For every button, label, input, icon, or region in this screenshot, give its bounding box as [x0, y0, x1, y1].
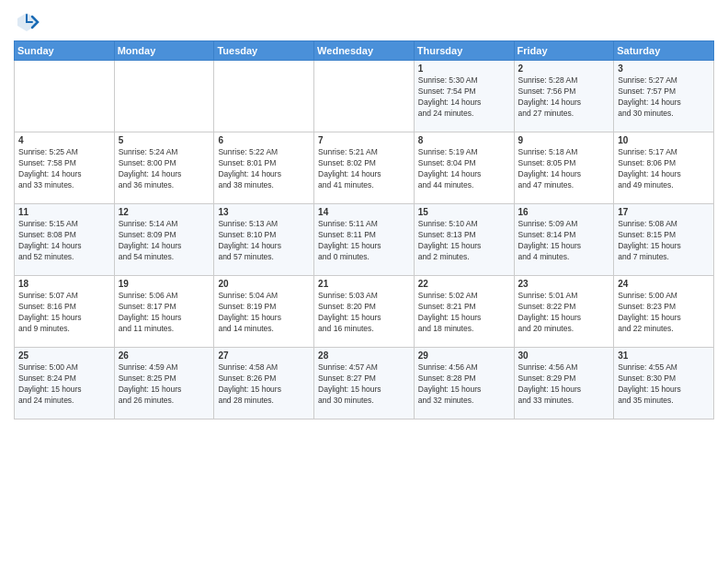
day-number: 18 [18, 279, 110, 289]
day-content: Sunrise: 5:11 AM Sunset: 8:11 PM Dayligh… [318, 219, 410, 263]
day-cell-8: 8Sunrise: 5:19 AM Sunset: 8:04 PM Daylig… [414, 132, 514, 204]
day-number: 14 [318, 207, 410, 217]
day-content: Sunrise: 5:00 AM Sunset: 8:24 PM Dayligh… [18, 362, 110, 407]
day-content: Sunrise: 5:28 AM Sunset: 7:56 PM Dayligh… [518, 75, 610, 120]
day-number: 22 [418, 279, 510, 289]
day-cell-7: 7Sunrise: 5:21 AM Sunset: 8:02 PM Daylig… [314, 132, 415, 204]
day-cell-12: 12Sunrise: 5:14 AM Sunset: 8:09 PM Dayli… [114, 204, 214, 276]
day-number: 1 [418, 63, 510, 74]
day-number: 15 [418, 207, 510, 217]
day-content: Sunrise: 4:56 AM Sunset: 8:28 PM Dayligh… [418, 362, 510, 407]
col-header-thursday: Thursday [414, 41, 514, 61]
day-number: 7 [318, 135, 410, 145]
day-cell-30: 30Sunrise: 4:56 AM Sunset: 8:29 PM Dayli… [514, 348, 614, 419]
day-cell-18: 18Sunrise: 5:07 AM Sunset: 8:16 PM Dayli… [15, 276, 115, 348]
week-row-1: 1Sunrise: 5:30 AM Sunset: 7:54 PM Daylig… [15, 61, 714, 132]
day-cell-2: 2Sunrise: 5:28 AM Sunset: 7:56 PM Daylig… [514, 61, 614, 132]
day-content: Sunrise: 5:02 AM Sunset: 8:21 PM Dayligh… [418, 291, 510, 335]
day-cell-29: 29Sunrise: 4:56 AM Sunset: 8:28 PM Dayli… [414, 348, 514, 419]
day-number: 27 [218, 350, 310, 361]
day-content: Sunrise: 5:14 AM Sunset: 8:09 PM Dayligh… [119, 219, 210, 263]
day-cell-23: 23Sunrise: 5:01 AM Sunset: 8:22 PM Dayli… [514, 276, 614, 348]
day-cell-13: 13Sunrise: 5:13 AM Sunset: 8:10 PM Dayli… [214, 204, 314, 276]
day-cell-22: 22Sunrise: 5:02 AM Sunset: 8:21 PM Dayli… [414, 276, 514, 348]
day-content: Sunrise: 5:27 AM Sunset: 7:57 PM Dayligh… [618, 75, 710, 120]
day-content: Sunrise: 5:18 AM Sunset: 8:05 PM Dayligh… [518, 147, 610, 191]
day-number: 4 [18, 135, 110, 145]
day-content: Sunrise: 5:01 AM Sunset: 8:22 PM Dayligh… [518, 291, 610, 335]
empty-cell [15, 61, 115, 132]
day-cell-28: 28Sunrise: 4:57 AM Sunset: 8:27 PM Dayli… [314, 348, 415, 419]
day-content: Sunrise: 5:00 AM Sunset: 8:23 PM Dayligh… [618, 291, 710, 335]
day-content: Sunrise: 4:56 AM Sunset: 8:29 PM Dayligh… [518, 362, 610, 407]
day-number: 17 [618, 207, 710, 217]
day-cell-20: 20Sunrise: 5:04 AM Sunset: 8:19 PM Dayli… [214, 276, 314, 348]
header [14, 9, 714, 35]
week-row-3: 11Sunrise: 5:15 AM Sunset: 8:08 PM Dayli… [15, 204, 714, 276]
day-cell-27: 27Sunrise: 4:58 AM Sunset: 8:26 PM Dayli… [214, 348, 314, 419]
day-cell-15: 15Sunrise: 5:10 AM Sunset: 8:13 PM Dayli… [414, 204, 514, 276]
day-number: 26 [119, 350, 210, 361]
day-cell-1: 1Sunrise: 5:30 AM Sunset: 7:54 PM Daylig… [414, 61, 514, 132]
day-cell-3: 3Sunrise: 5:27 AM Sunset: 7:57 PM Daylig… [614, 61, 714, 132]
day-number: 24 [618, 279, 710, 289]
day-content: Sunrise: 5:25 AM Sunset: 7:58 PM Dayligh… [18, 147, 110, 191]
day-number: 20 [218, 279, 310, 289]
day-content: Sunrise: 5:21 AM Sunset: 8:02 PM Dayligh… [318, 147, 410, 191]
day-number: 11 [18, 207, 110, 217]
day-number: 9 [518, 135, 610, 145]
day-cell-26: 26Sunrise: 4:59 AM Sunset: 8:25 PM Dayli… [114, 348, 214, 419]
day-cell-4: 4Sunrise: 5:25 AM Sunset: 7:58 PM Daylig… [15, 132, 115, 204]
day-number: 19 [119, 279, 210, 289]
col-header-friday: Friday [514, 41, 614, 61]
col-header-monday: Monday [114, 41, 214, 61]
day-cell-11: 11Sunrise: 5:15 AM Sunset: 8:08 PM Dayli… [15, 204, 115, 276]
day-cell-16: 16Sunrise: 5:09 AM Sunset: 8:14 PM Dayli… [514, 204, 614, 276]
day-content: Sunrise: 4:59 AM Sunset: 8:25 PM Dayligh… [119, 362, 210, 407]
day-cell-31: 31Sunrise: 4:55 AM Sunset: 8:30 PM Dayli… [614, 348, 714, 419]
day-content: Sunrise: 5:09 AM Sunset: 8:14 PM Dayligh… [518, 219, 610, 263]
day-cell-24: 24Sunrise: 5:00 AM Sunset: 8:23 PM Dayli… [614, 276, 714, 348]
day-cell-14: 14Sunrise: 5:11 AM Sunset: 8:11 PM Dayli… [314, 204, 415, 276]
day-content: Sunrise: 5:06 AM Sunset: 8:17 PM Dayligh… [119, 291, 210, 335]
day-content: Sunrise: 4:55 AM Sunset: 8:30 PM Dayligh… [618, 362, 710, 407]
page: SundayMondayTuesdayWednesdayThursdayFrid… [0, 0, 728, 563]
day-cell-10: 10Sunrise: 5:17 AM Sunset: 8:06 PM Dayli… [614, 132, 714, 204]
logo-icon [14, 9, 40, 35]
day-content: Sunrise: 5:22 AM Sunset: 8:01 PM Dayligh… [218, 147, 310, 191]
day-number: 30 [518, 350, 610, 361]
empty-cell [314, 61, 415, 132]
calendar-table: SundayMondayTuesdayWednesdayThursdayFrid… [14, 40, 714, 419]
col-header-saturday: Saturday [614, 41, 714, 61]
day-number: 16 [518, 207, 610, 217]
week-row-5: 25Sunrise: 5:00 AM Sunset: 8:24 PM Dayli… [15, 348, 714, 419]
day-content: Sunrise: 5:17 AM Sunset: 8:06 PM Dayligh… [618, 147, 710, 191]
week-row-2: 4Sunrise: 5:25 AM Sunset: 7:58 PM Daylig… [15, 132, 714, 204]
day-content: Sunrise: 4:57 AM Sunset: 8:27 PM Dayligh… [318, 362, 410, 407]
day-content: Sunrise: 5:13 AM Sunset: 8:10 PM Dayligh… [218, 219, 310, 263]
empty-cell [114, 61, 214, 132]
col-header-sunday: Sunday [15, 41, 115, 61]
day-number: 8 [418, 135, 510, 145]
day-number: 29 [418, 350, 510, 361]
day-number: 3 [618, 63, 710, 74]
day-content: Sunrise: 5:19 AM Sunset: 8:04 PM Dayligh… [418, 147, 510, 191]
week-row-4: 18Sunrise: 5:07 AM Sunset: 8:16 PM Dayli… [15, 276, 714, 348]
day-content: Sunrise: 5:08 AM Sunset: 8:15 PM Dayligh… [618, 219, 710, 263]
day-cell-21: 21Sunrise: 5:03 AM Sunset: 8:20 PM Dayli… [314, 276, 415, 348]
day-cell-19: 19Sunrise: 5:06 AM Sunset: 8:17 PM Dayli… [114, 276, 214, 348]
col-header-tuesday: Tuesday [214, 41, 314, 61]
day-number: 25 [18, 350, 110, 361]
day-content: Sunrise: 5:04 AM Sunset: 8:19 PM Dayligh… [218, 291, 310, 335]
day-number: 12 [119, 207, 210, 217]
logo [14, 9, 43, 35]
day-number: 23 [518, 279, 610, 289]
day-content: Sunrise: 5:15 AM Sunset: 8:08 PM Dayligh… [18, 219, 110, 263]
col-header-wednesday: Wednesday [314, 41, 415, 61]
day-content: Sunrise: 4:58 AM Sunset: 8:26 PM Dayligh… [218, 362, 310, 407]
day-number: 6 [218, 135, 310, 145]
day-content: Sunrise: 5:07 AM Sunset: 8:16 PM Dayligh… [18, 291, 110, 335]
day-number: 2 [518, 63, 610, 74]
empty-cell [214, 61, 314, 132]
day-number: 21 [318, 279, 410, 289]
